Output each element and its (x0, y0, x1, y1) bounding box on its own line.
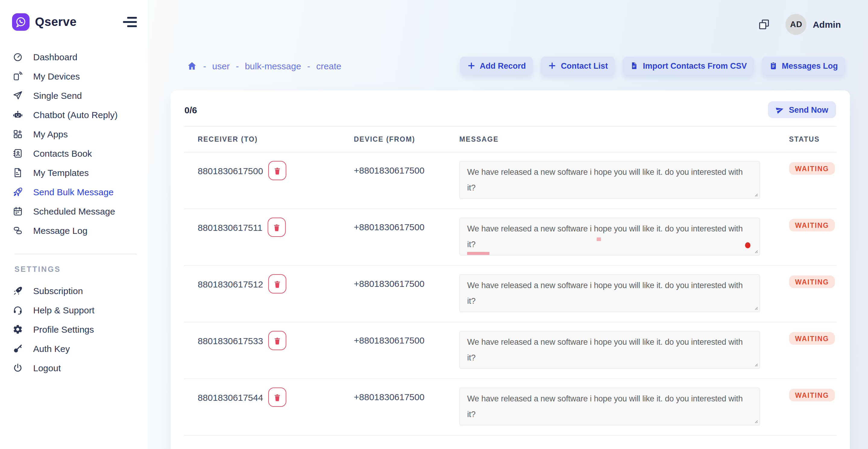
message-textarea[interactable]: We have released a new software i hope y… (459, 274, 760, 312)
clipboard-icon (769, 62, 778, 70)
key-icon (13, 343, 23, 353)
sidebar-item-single-send[interactable]: Single Send (0, 86, 148, 105)
contact-list-button[interactable]: Contact List (541, 57, 615, 75)
message-cell: We have released a new software i hope y… (459, 274, 789, 312)
message-text: We have released a new software i hope y… (467, 394, 743, 419)
table-body: 8801830617500 +8801830617500 We have rel… (184, 153, 837, 436)
status-badge: WAITING (789, 389, 835, 402)
table-row: 8801830617512 +8801830617500 We have rel… (184, 266, 837, 322)
gear-icon (13, 324, 23, 334)
device-cell: +8801830617500 (354, 331, 459, 345)
sidebar-item-my-apps[interactable]: My Apps (0, 124, 148, 143)
column-header-receiver-to: RECEIVER (TO) (184, 136, 354, 143)
sidebar-item-contacts-book[interactable]: Contacts Book (0, 143, 148, 163)
plus-icon (548, 62, 557, 70)
device-number: +8801830617500 (354, 279, 424, 289)
add-record-button[interactable]: Add Record (460, 57, 533, 75)
sidebar-item-help-support[interactable]: Help & Support (0, 300, 148, 319)
plus-icon (467, 62, 475, 70)
sidebar-item-label: Profile Settings (33, 324, 94, 334)
sidebar-settings-menu: Subscription Help & Support Profile Sett… (0, 281, 148, 377)
message-textarea[interactable]: We have released a new software i hope y… (459, 331, 760, 369)
sidebar-item-logout[interactable]: Logout (0, 358, 148, 377)
sidebar-item-auth-key[interactable]: Auth Key (0, 339, 148, 358)
power-icon (13, 362, 23, 373)
resize-handle-icon[interactable] (752, 360, 758, 367)
message-textarea[interactable]: We have released a new software i hope y… (459, 161, 760, 199)
delete-row-button[interactable] (269, 274, 287, 293)
brand-logo[interactable]: Qserve (0, 0, 148, 31)
breadcrumb-user[interactable]: user (212, 61, 230, 71)
message-text: We have released a new software i hope y… (467, 281, 743, 306)
resize-handle-icon[interactable] (752, 247, 758, 254)
avatar[interactable]: AD (786, 13, 807, 35)
whatsapp-icon (12, 13, 30, 31)
action-button-label: Import Contacts From CSV (643, 61, 747, 70)
messages-log-button[interactable]: Messages Log (762, 57, 845, 75)
status-cell: WAITING (789, 161, 837, 175)
sidebar-item-label: My Devices (33, 71, 80, 81)
status-badge: WAITING (789, 276, 835, 288)
device-signal-icon (13, 71, 23, 81)
sidebar-toggle-button[interactable] (123, 16, 137, 28)
resize-handle-icon[interactable] (752, 304, 758, 310)
device-number: +8801830617500 (354, 335, 424, 345)
message-textarea[interactable]: We have released a new software i hope y… (459, 218, 760, 256)
status-badge: WAITING (789, 332, 835, 345)
home-icon[interactable] (187, 61, 197, 71)
breadcrumb-create[interactable]: create (316, 61, 341, 71)
message-log-icon (13, 225, 23, 235)
message-text: We have released a new software i hope y… (467, 224, 743, 249)
file-csv-icon (630, 62, 639, 70)
delete-row-button[interactable] (269, 331, 287, 350)
sidebar-item-dashboard[interactable]: Dashboard (0, 47, 148, 66)
receiver-number: 8801830617544 (198, 392, 263, 402)
sidebar-item-label: Contacts Book (33, 148, 92, 158)
multi-window-icon[interactable] (758, 18, 771, 30)
resize-handle-icon[interactable] (752, 190, 758, 197)
sidebar-item-label: Chatbot (Auto Reply) (33, 109, 118, 120)
headset-icon (13, 304, 23, 315)
spellcheck-underline (467, 252, 490, 255)
sidebar-item-scheduled-message[interactable]: Scheduled Message (0, 201, 148, 221)
delete-row-button[interactable] (269, 387, 287, 407)
sidebar-item-send-bulk-message[interactable]: Send Bulk Message (0, 182, 148, 201)
delete-row-button[interactable] (268, 218, 286, 237)
receiver-cell: 8801830617512 (184, 274, 354, 293)
main-content: -user-bulk-message-create Add Record Con… (148, 48, 868, 449)
user-name: Admin (813, 19, 841, 29)
receiver-number: 8801830617511 (198, 222, 262, 232)
brand-name: Qserve (35, 15, 76, 29)
breadcrumb-separator: - (236, 61, 239, 71)
grammar-checker-dot (745, 242, 750, 248)
settings-section-label: SETTINGS (14, 265, 148, 274)
sidebar-divider (14, 254, 137, 254)
action-buttons: Add Record Contact List Import Contacts … (460, 57, 845, 75)
sidebar-item-profile-settings[interactable]: Profile Settings (0, 319, 148, 339)
send-now-button[interactable]: Send Now (768, 101, 836, 118)
message-text: We have released a new software i hope y… (467, 167, 743, 192)
robot-icon (13, 109, 23, 120)
sidebar-item-my-templates[interactable]: My Templates (0, 163, 148, 182)
spellcheck-mark (597, 237, 601, 241)
sidebar-item-chatbot-auto-reply[interactable]: Chatbot (Auto Reply) (0, 105, 148, 124)
sidebar-item-my-devices[interactable]: My Devices (0, 66, 148, 86)
import-contacts-from-csv-button[interactable]: Import Contacts From CSV (623, 57, 754, 75)
delete-row-button[interactable] (269, 161, 287, 180)
action-button-label: Add Record (480, 61, 526, 70)
message-cell: We have released a new software i hope y… (459, 161, 789, 199)
action-button-label: Messages Log (782, 61, 838, 70)
rocket-icon (13, 187, 23, 197)
resize-handle-icon[interactable] (752, 417, 758, 424)
status-cell: WAITING (789, 331, 837, 345)
sidebar-item-message-log[interactable]: Message Log (0, 221, 148, 240)
send-now-label: Send Now (789, 105, 828, 114)
sidebar-item-subscription[interactable]: Subscription (0, 281, 148, 300)
message-textarea[interactable]: We have released a new software i hope y… (459, 387, 760, 425)
table-row: 8801830617511 +8801830617500 We have rel… (184, 209, 837, 266)
status-cell: WAITING (789, 387, 837, 402)
gauge-icon (13, 52, 23, 62)
breadcrumb-bulk-message[interactable]: bulk-message (245, 61, 301, 71)
sidebar-item-label: Subscription (33, 285, 83, 296)
status-cell: WAITING (789, 218, 837, 231)
